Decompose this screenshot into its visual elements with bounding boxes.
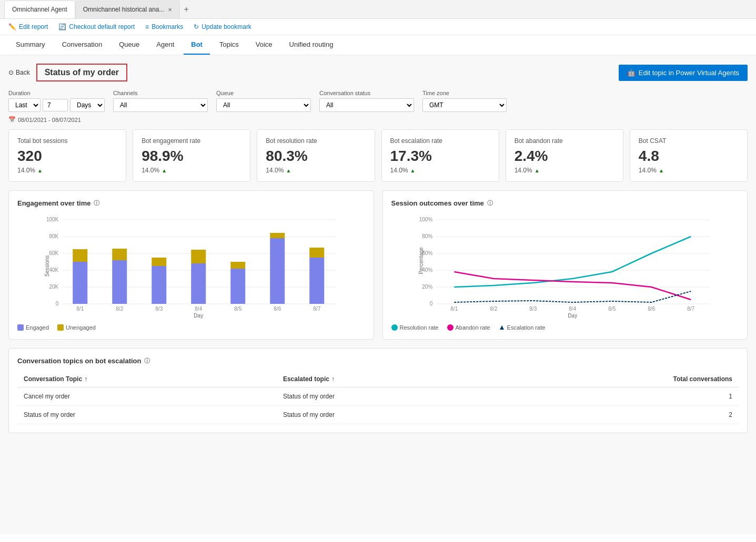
browser-tabs-bar: Omnichannel Agent Omnichannel historical… [0, 0, 756, 19]
svg-text:Sessions: Sessions [44, 255, 50, 277]
timezone-select[interactable]: GMT [422, 98, 507, 112]
bar-unengaged-7 [309, 248, 324, 258]
resolution-line [454, 237, 691, 287]
svg-text:8/1: 8/1 [76, 306, 84, 312]
svg-text:8/6: 8/6 [274, 306, 281, 312]
kpi-value: 2.4% [515, 148, 614, 165]
info-icon[interactable]: ⓘ [487, 199, 493, 207]
svg-text:0: 0 [429, 301, 432, 306]
resolution-color [391, 324, 398, 331]
escalation-icon [499, 324, 505, 331]
channels-select[interactable]: All [113, 98, 208, 112]
update-bookmark-button[interactable]: ↻ Update bookmark [194, 23, 251, 30]
svg-text:8/2: 8/2 [116, 306, 123, 312]
nav-tab-queue[interactable]: Queue [112, 35, 147, 55]
kpi-label: Bot escalation rate [390, 137, 490, 145]
info-icon[interactable]: ⓘ [94, 199, 99, 207]
kpi-value: 98.9% [142, 148, 241, 165]
kpi-bot-engagement: Bot engagement rate 98.9% 14.0% ▲ [133, 129, 250, 182]
legend-resolution: Resolution rate [391, 324, 439, 331]
tab-omnichannel-historical[interactable]: Omnichannel historical ana... ✕ [75, 1, 180, 18]
main-content: ⊙ Back Status of my order 🤖 Edit topic i… [0, 55, 756, 534]
col-topic-header[interactable]: Conversation Topic ↑ [17, 371, 277, 387]
svg-text:80K: 80K [49, 233, 58, 239]
svg-marker-42 [500, 325, 504, 330]
session-legend: Resolution rate Abandon rate Escalation … [391, 324, 739, 331]
checkout-report-button[interactable]: 🔄 Checkout default report [58, 23, 135, 30]
svg-text:8/3: 8/3 [529, 306, 537, 312]
svg-text:Percentage: Percentage [418, 247, 424, 274]
back-button[interactable]: ⊙ Back [8, 69, 30, 76]
tab-label: Omnichannel Agent [12, 6, 67, 13]
total-cell: 2 [495, 406, 739, 424]
channels-label: Channels [113, 90, 208, 96]
kpi-label: Bot resolution rate [266, 137, 366, 145]
trend-up-icon: ▲ [286, 168, 291, 173]
nav-tab-unified-routing[interactable]: Unified routing [282, 35, 341, 55]
engagement-legend: Engaged Unengaged [17, 324, 365, 331]
kpi-change: 14.0% ▲ [266, 167, 366, 174]
unengaged-color [57, 324, 64, 331]
trend-up-icon: ▲ [162, 168, 167, 173]
duration-unit-select[interactable]: Days [70, 98, 105, 112]
pencil-icon: ✏️ [8, 23, 16, 30]
add-tab-button[interactable]: + [180, 3, 193, 16]
kpi-change: 14.0% ▲ [515, 167, 614, 174]
bar-engaged-7 [309, 258, 324, 304]
edit-topic-button[interactable]: 🤖 Edit topic in Power Virtual Agents [619, 65, 748, 81]
nav-tab-conversation[interactable]: Conversation [55, 35, 110, 55]
update-icon: ↻ [194, 23, 199, 30]
engaged-color [17, 324, 24, 331]
kpi-change: 14.0% ▲ [639, 167, 739, 174]
engagement-bar-chart: 100K 80K 60K 40K 20K 0 Sessions 8/1 [17, 213, 365, 319]
date-range: 📅 08/01/2021 - 08/07/2021 [8, 116, 748, 123]
edit-report-button[interactable]: ✏️ Edit report [8, 23, 48, 30]
kpi-bot-csat: Bot CSAT 4.8 14.0% ▲ [630, 129, 748, 182]
table-info-icon[interactable]: ⓘ [144, 357, 150, 365]
svg-text:8/7: 8/7 [313, 306, 320, 312]
kpi-value: 320 [17, 148, 117, 165]
kpi-row: Total bot sessions 320 14.0% ▲ Bot engag… [8, 129, 748, 182]
kpi-label: Total bot sessions [17, 137, 117, 145]
table-title: Conversation topics on bot escalation ⓘ [17, 357, 739, 365]
nav-tabs: Summary Conversation Queue Agent Bot Top… [0, 35, 756, 55]
svg-text:8/1: 8/1 [450, 306, 458, 312]
queue-select[interactable]: All [216, 98, 311, 112]
bookmarks-button[interactable]: ≡ Bookmarks [145, 23, 183, 30]
legend-escalation: Escalation rate [499, 324, 546, 331]
filters-row: Duration Last Days Channels All Queue Al… [8, 90, 748, 112]
svg-text:8/3: 8/3 [155, 306, 163, 312]
kpi-value: 4.8 [639, 148, 739, 165]
duration-preset-select[interactable]: Last [8, 98, 41, 112]
col-escalated-header[interactable]: Escalated topic ↑ [277, 371, 495, 387]
topic-cell: Status of my order [17, 406, 277, 424]
session-chart-title: Session outcomes over time ⓘ [391, 199, 739, 207]
timezone-filter: Time zone GMT [422, 90, 507, 112]
duration-value-input[interactable] [43, 99, 68, 111]
escalated-cell: Status of my order [277, 387, 495, 406]
kpi-value: 17.3% [390, 148, 490, 165]
kpi-label: Bot abandon rate [515, 137, 614, 145]
col-total-header[interactable]: Total conversations [495, 371, 739, 387]
engagement-chart-title: Engagement over time ⓘ [17, 199, 365, 207]
nav-tab-bot[interactable]: Bot [184, 35, 210, 55]
svg-text:8/4: 8/4 [195, 306, 202, 312]
tab-omnichannel-agent[interactable]: Omnichannel Agent [4, 1, 75, 18]
conv-status-filter: Conversation status All [319, 90, 414, 112]
nav-tab-agent[interactable]: Agent [149, 35, 182, 55]
svg-text:20%: 20% [422, 284, 432, 290]
sort-icon: ↑ [331, 375, 335, 383]
escalated-cell: Status of my order [277, 406, 495, 424]
conv-status-label: Conversation status [319, 90, 414, 96]
total-cell: 1 [495, 387, 739, 406]
close-tab-icon[interactable]: ✕ [168, 7, 172, 13]
svg-text:8/7: 8/7 [687, 306, 694, 312]
bar-unengaged-3 [152, 258, 166, 266]
nav-tab-summary[interactable]: Summary [8, 35, 53, 55]
nav-tab-voice[interactable]: Voice [248, 35, 280, 55]
conv-status-select[interactable]: All [319, 98, 414, 112]
svg-text:0: 0 [56, 301, 59, 306]
trend-up-icon: ▲ [535, 168, 540, 173]
trend-up-icon: ▲ [410, 168, 416, 173]
nav-tab-topics[interactable]: Topics [212, 35, 246, 55]
